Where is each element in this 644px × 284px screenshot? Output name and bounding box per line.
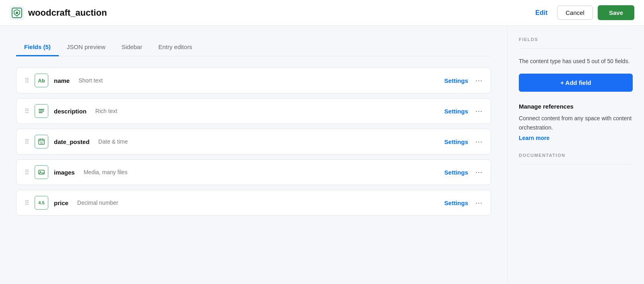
settings-button-name[interactable]: Settings	[444, 77, 468, 84]
field-row-actions-images: Settings ···	[444, 168, 483, 177]
settings-button-date-posted[interactable]: Settings	[444, 138, 468, 145]
field-icon-description	[35, 104, 48, 118]
header: woodcraft_auction Edit Cancel Save	[0, 0, 644, 26]
add-field-button[interactable]: + Add field	[519, 74, 633, 92]
calendar-icon: 31	[38, 138, 45, 145]
field-row-images: ⠿ images Media, many files Settings ···	[16, 159, 491, 185]
main-content: Fields (5) JSON preview Sidebar Entry ed…	[0, 26, 507, 284]
field-name-description: description	[54, 108, 87, 115]
field-type-name: Short text	[78, 77, 103, 84]
documentation-section: DOCUMENTATION	[519, 153, 633, 165]
more-button-price[interactable]: ···	[475, 199, 483, 207]
manage-references-title: Manage references	[519, 103, 633, 110]
page-title: woodcraft_auction	[28, 8, 107, 18]
field-row-actions-description: Settings ···	[444, 107, 483, 115]
rich-text-icon	[38, 107, 45, 115]
more-button-description[interactable]: ···	[475, 107, 483, 115]
header-logo: woodcraft_auction	[10, 6, 530, 20]
field-name-images: images	[54, 169, 75, 176]
tab-fields[interactable]: Fields (5)	[16, 39, 59, 56]
more-button-date-posted[interactable]: ···	[475, 138, 483, 146]
tab-entry-editors[interactable]: Entry editors	[150, 39, 200, 56]
settings-button-description[interactable]: Settings	[444, 108, 468, 115]
header-actions: Edit Cancel Save	[530, 5, 634, 20]
field-name-name: name	[54, 77, 70, 84]
main-layout: Fields (5) JSON preview Sidebar Entry ed…	[0, 26, 644, 284]
field-name-price: price	[54, 200, 68, 206]
field-row-description: ⠿ description Rich text Settings ···	[16, 98, 491, 124]
field-icon-images	[35, 165, 48, 179]
field-row-price: ⠿ 4.5 price Decimal number Settings ···	[16, 190, 491, 216]
learn-more-link[interactable]: Learn more	[519, 135, 549, 141]
more-button-images[interactable]: ···	[475, 168, 483, 177]
field-icon-label-price: 4.5	[38, 200, 44, 205]
doc-divider	[519, 164, 633, 165]
fields-section-title: FIELDS	[519, 37, 633, 42]
field-name-date-posted: date_posted	[54, 138, 89, 145]
field-icon-name: Ab	[35, 74, 48, 87]
settings-button-price[interactable]: Settings	[444, 200, 468, 206]
save-button[interactable]: Save	[598, 5, 634, 20]
drag-handle[interactable]: ⠿	[25, 169, 29, 176]
settings-button-images[interactable]: Settings	[444, 169, 468, 176]
field-type-price: Decimal number	[77, 200, 118, 206]
field-icon-date-posted: 31	[35, 135, 48, 148]
more-button-name[interactable]: ···	[475, 76, 483, 85]
field-type-description: Rich text	[95, 108, 117, 114]
field-row-name: ⠿ Ab name Short text Settings ···	[16, 68, 491, 93]
field-row-actions-date-posted: Settings ···	[444, 138, 483, 146]
media-icon	[38, 169, 45, 176]
edit-button[interactable]: Edit	[530, 6, 552, 20]
tabs: Fields (5) JSON preview Sidebar Entry ed…	[16, 39, 491, 56]
field-type-images: Media, many files	[84, 169, 128, 175]
field-row-actions-name: Settings ···	[444, 76, 483, 85]
svg-text:31: 31	[40, 142, 43, 144]
app-logo-icon	[10, 6, 24, 20]
fields-list: ⠿ Ab name Short text Settings ··· ⠿	[16, 68, 491, 216]
field-type-date-posted: Date & time	[98, 138, 128, 145]
tab-sidebar[interactable]: Sidebar	[114, 39, 151, 56]
drag-handle[interactable]: ⠿	[25, 138, 29, 146]
cancel-button[interactable]: Cancel	[557, 6, 593, 20]
field-icon-label: Ab	[38, 78, 45, 84]
field-row-date-posted: ⠿ 31 date_posted Date & time Settings ··…	[16, 129, 491, 154]
sidebar-divider	[519, 48, 633, 49]
svg-point-2	[16, 12, 18, 14]
drag-handle[interactable]: ⠿	[25, 107, 29, 115]
field-icon-price: 4.5	[35, 196, 48, 210]
tab-json-preview[interactable]: JSON preview	[59, 39, 114, 56]
drag-handle[interactable]: ⠿	[25, 77, 29, 84]
manage-references-text: Connect content from any space with cont…	[519, 114, 633, 132]
field-row-actions-price: Settings ···	[444, 199, 483, 207]
fields-info: The content type has used 5 out of 50 fi…	[519, 57, 633, 66]
drag-handle[interactable]: ⠿	[25, 199, 29, 207]
right-sidebar: FIELDS The content type has used 5 out o…	[507, 26, 644, 284]
documentation-title: DOCUMENTATION	[519, 153, 633, 158]
